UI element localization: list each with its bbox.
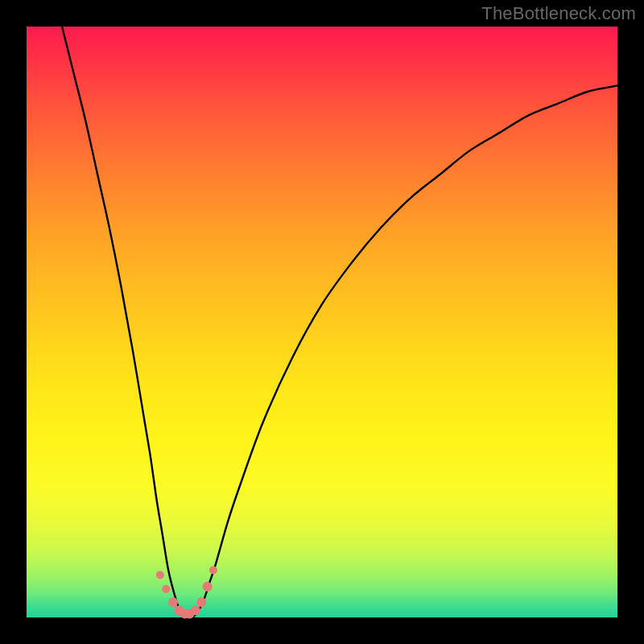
- curve-marker: [168, 597, 178, 607]
- chart-frame: TheBottleneck.com: [0, 0, 644, 644]
- curve-marker: [203, 582, 213, 592]
- curve-marker: [191, 605, 200, 615]
- curve-marker: [162, 585, 170, 593]
- chart-svg: [27, 27, 617, 617]
- curve-marker: [196, 597, 206, 607]
- marker-group: [156, 566, 217, 618]
- curve-marker: [209, 566, 217, 574]
- curve-marker: [156, 571, 164, 579]
- bottleneck-curve: [62, 27, 617, 618]
- watermark-text: TheBottleneck.com: [481, 3, 636, 24]
